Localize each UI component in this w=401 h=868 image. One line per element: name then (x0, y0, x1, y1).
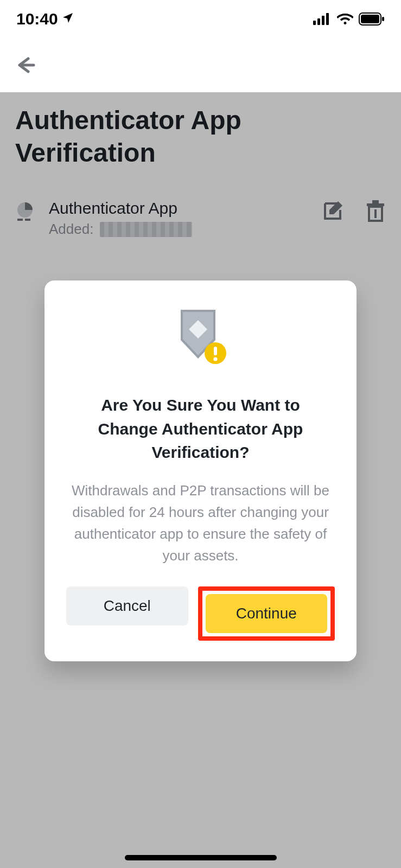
modal-overlay: Are You Sure You Want to Change Authenti… (0, 92, 401, 868)
continue-button-highlight: Continue (198, 586, 335, 641)
svg-rect-1 (317, 18, 320, 25)
svg-rect-5 (361, 15, 379, 23)
status-bar: 10:40 (0, 0, 401, 38)
wifi-icon (337, 13, 353, 25)
status-right (313, 12, 385, 25)
svg-rect-2 (322, 16, 324, 25)
status-time: 10:40 (16, 10, 58, 28)
nav-bar (0, 38, 401, 92)
svg-point-16 (213, 357, 217, 361)
status-left: 10:40 (16, 10, 74, 28)
battery-icon (359, 12, 385, 25)
cellular-icon (313, 13, 332, 25)
svg-rect-6 (382, 17, 384, 21)
back-icon[interactable] (13, 53, 37, 77)
cancel-button[interactable]: Cancel (66, 586, 188, 626)
svg-rect-15 (214, 347, 217, 355)
confirm-dialog: Are You Sure You Want to Change Authenti… (44, 280, 357, 661)
dialog-body: Withdrawals and P2P transactions will be… (66, 480, 335, 567)
dialog-actions: Cancel Continue (66, 586, 335, 641)
svg-rect-0 (313, 21, 316, 25)
home-indicator[interactable] (125, 855, 277, 860)
svg-rect-3 (326, 13, 329, 25)
shield-icon (66, 307, 335, 372)
dialog-title: Are You Sure You Want to Change Authenti… (66, 393, 335, 464)
continue-button[interactable]: Continue (206, 594, 328, 633)
location-icon (61, 10, 74, 28)
